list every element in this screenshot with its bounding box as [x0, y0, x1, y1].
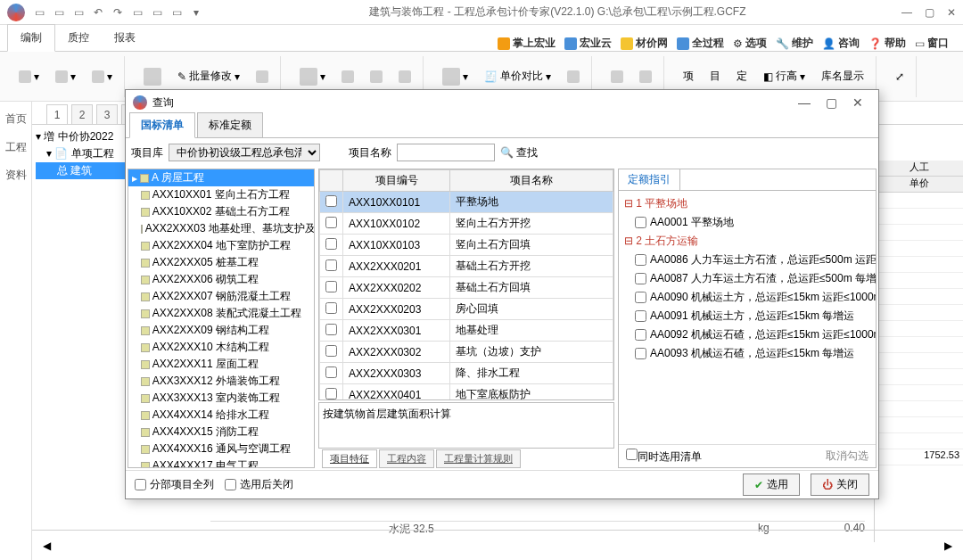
- grid-row[interactable]: AXX2XXX0201基础土石方开挖: [320, 256, 613, 277]
- dialog-minimize[interactable]: —: [791, 95, 818, 110]
- search-button[interactable]: 🔍 查找: [500, 145, 538, 161]
- maximize-button[interactable]: ▢: [925, 6, 934, 19]
- row-checkbox[interactable]: [325, 345, 337, 357]
- side-home[interactable]: 首页: [5, 112, 27, 127]
- dialog-maximize[interactable]: ▢: [818, 95, 844, 110]
- tab-feature[interactable]: 项目特征: [322, 449, 377, 468]
- undo-icon[interactable]: ↶: [91, 5, 105, 20]
- ribbon-btn-11[interactable]: [561, 66, 586, 87]
- link-mobile[interactable]: 掌上宏业: [498, 36, 556, 51]
- ribbon-btn-3[interactable]: ▾: [86, 66, 119, 87]
- tree-node[interactable]: AXX2XXX11 屋面工程: [128, 356, 314, 373]
- doc-tab-2[interactable]: 2: [71, 104, 93, 124]
- doc-icon[interactable]: ▭: [130, 5, 144, 20]
- link-price[interactable]: 材价网: [621, 36, 668, 51]
- side-project[interactable]: 工程: [5, 141, 27, 155]
- grid-row[interactable]: AXX10XX0102竖向土石方开挖: [320, 213, 613, 235]
- row-checkbox[interactable]: [325, 388, 337, 399]
- tree-node[interactable]: AXX2XXX06 砌筑工程: [128, 271, 314, 288]
- link-consult[interactable]: 👤咨询: [822, 36, 860, 51]
- tree-node[interactable]: AXX2XXX04 地下室防护工程: [128, 237, 314, 254]
- grid-row[interactable]: AXX2XXX0301地基处理: [320, 320, 613, 342]
- grid-row[interactable]: AXX2XXX0203房心回填: [320, 299, 613, 320]
- ribbon-btn-6[interactable]: ▾: [293, 63, 332, 90]
- all-columns-checkbox[interactable]: 分部项目全列: [135, 477, 214, 492]
- doc-tab-3[interactable]: 3: [96, 104, 118, 124]
- quota-item[interactable]: AA0093 机械运石碴，总运距≤15km 每增运: [622, 344, 872, 363]
- ribbon-btn-13[interactable]: [633, 66, 658, 87]
- minimize-button[interactable]: —: [901, 6, 912, 19]
- scroll-right-icon[interactable]: ▶: [944, 539, 952, 552]
- grid-row[interactable]: AXX2XXX0302基坑（边坡）支护: [320, 342, 613, 363]
- lib-select[interactable]: 中价协初设级工程总承包清单: [169, 144, 320, 161]
- row-checkbox[interactable]: [325, 195, 337, 207]
- sync-checkbox[interactable]: 同时选用清单: [626, 449, 702, 465]
- redo-icon[interactable]: ↷: [111, 5, 125, 20]
- close-dialog-button[interactable]: ⏻关闭: [811, 474, 869, 496]
- ribbon-btn-2[interactable]: ▾: [49, 66, 82, 87]
- ribbon-btn-7[interactable]: [335, 66, 360, 87]
- tree-node[interactable]: ▸ A 房屋工程: [128, 169, 314, 186]
- grid-row[interactable]: AXX2XXX0303降、排水工程: [320, 363, 613, 384]
- ribbon-batch-edit[interactable]: ✎ 批量修改 ▾: [171, 64, 246, 88]
- tree-node[interactable]: AXX3XXX13 室内装饰工程: [128, 390, 314, 407]
- quota-item[interactable]: AA0092 机械运石碴，总运距≤15km 运距≤1000m: [622, 325, 872, 344]
- scroll-left-icon[interactable]: ◀: [43, 539, 51, 552]
- row-checkbox[interactable]: [325, 366, 337, 378]
- tree-node[interactable]: AXX2XXX09 钢结构工程: [128, 322, 314, 339]
- tree-node[interactable]: AXX3XXX12 外墙装饰工程: [128, 373, 314, 390]
- tree-node[interactable]: AXX2XXX05 桩基工程: [128, 254, 314, 271]
- quota-tree[interactable]: ⊟ 1 平整场地 AA0001 平整场地⊟ 2 土石方运输 AA0086 人力车…: [619, 191, 876, 444]
- item-grid[interactable]: 项目编号 项目名称 AXX10XX0101平整场地AXX10XX0102竖向土石…: [318, 169, 614, 400]
- link-options[interactable]: ⚙选项: [733, 36, 767, 51]
- save-icon[interactable]: ▭: [71, 5, 86, 20]
- side-data[interactable]: 资料: [5, 169, 27, 183]
- tree-node[interactable]: AXX2XXX10 木结构工程: [128, 339, 314, 356]
- row-checkbox[interactable]: [325, 259, 337, 271]
- row-checkbox[interactable]: [325, 302, 337, 314]
- doc2-icon[interactable]: ▭: [150, 5, 164, 20]
- dropdown-icon[interactable]: ▾: [189, 5, 203, 20]
- ribbon-price-compare[interactable]: 🧾 单价对比 ▾: [478, 64, 557, 88]
- doc3-icon[interactable]: ▭: [169, 5, 184, 20]
- ribbon-lib[interactable]: 库名显示: [815, 64, 870, 88]
- tree-node[interactable]: AXX4XXX17 电气工程: [128, 457, 314, 468]
- grid-row[interactable]: AXX2XXX0202基础土石方回填: [320, 277, 613, 299]
- tree-node[interactable]: AXX2XXX07 钢筋混凝土工程: [128, 288, 314, 305]
- tree-node[interactable]: AXX10XX01 竖向土石方工程: [128, 186, 314, 203]
- row-checkbox[interactable]: [325, 238, 337, 250]
- grid-row[interactable]: AXX2XXX0401地下室底板防护: [320, 384, 613, 401]
- tab-content[interactable]: 工程内容: [379, 449, 434, 468]
- new-icon[interactable]: ▭: [32, 5, 46, 20]
- dialog-titlebar[interactable]: 查询 — ▢ ✕: [126, 90, 878, 115]
- category-tree[interactable]: ▸ A 房屋工程 AXX10XX01 竖向土石方工程 AXX10XX02 基础土…: [128, 169, 315, 468]
- link-process[interactable]: 全过程: [677, 36, 724, 51]
- ribbon-mu[interactable]: 目: [704, 64, 727, 88]
- ribbon-hang[interactable]: ◧ 行高 ▾: [757, 64, 811, 88]
- doc-tab-1[interactable]: 1: [46, 104, 68, 124]
- tab-report[interactable]: 报表: [102, 25, 148, 51]
- tab-rule[interactable]: 工程量计算规则: [436, 449, 521, 468]
- ribbon-btn-list[interactable]: ▾: [436, 63, 474, 90]
- ribbon-btn-5[interactable]: [250, 66, 275, 87]
- tree-node[interactable]: AXX2XXX03 地基处理、基坑支护及: [128, 220, 314, 237]
- ribbon-btn-fill[interactable]: [137, 63, 168, 90]
- tab-standard-quota[interactable]: 标准定额: [197, 112, 263, 137]
- tab-national-list[interactable]: 国标清单: [129, 112, 195, 138]
- quota-group[interactable]: ⊟ 1 平整场地: [622, 194, 872, 213]
- quota-item[interactable]: AA0001 平整场地: [622, 213, 872, 232]
- dialog-close[interactable]: ✕: [844, 95, 871, 110]
- cancel-selection[interactable]: 取消勾选: [826, 449, 868, 464]
- quota-item[interactable]: AA0090 机械运土方，总运距≤15km 运距≤1000m: [622, 288, 872, 307]
- quota-item[interactable]: AA0086 人力车运土方石渣，总运距≤500m 运距: [622, 251, 872, 269]
- tree-node[interactable]: AXX10XX02 基础土石方工程: [128, 203, 314, 220]
- tree-node[interactable]: AXX4XXX14 给排水工程: [128, 407, 314, 424]
- link-window[interactable]: ▭窗口: [915, 36, 949, 51]
- grid-row[interactable]: AXX10XX0101平整场地: [320, 192, 613, 213]
- open-icon[interactable]: ▭: [52, 5, 66, 20]
- tab-compile[interactable]: 编制: [7, 24, 55, 52]
- tree-node[interactable]: AXX4XXX15 消防工程: [128, 424, 314, 441]
- ribbon-btn-9[interactable]: [392, 66, 417, 87]
- select-button[interactable]: ✔选用: [743, 474, 800, 496]
- close-after-checkbox[interactable]: 选用后关闭: [225, 477, 293, 492]
